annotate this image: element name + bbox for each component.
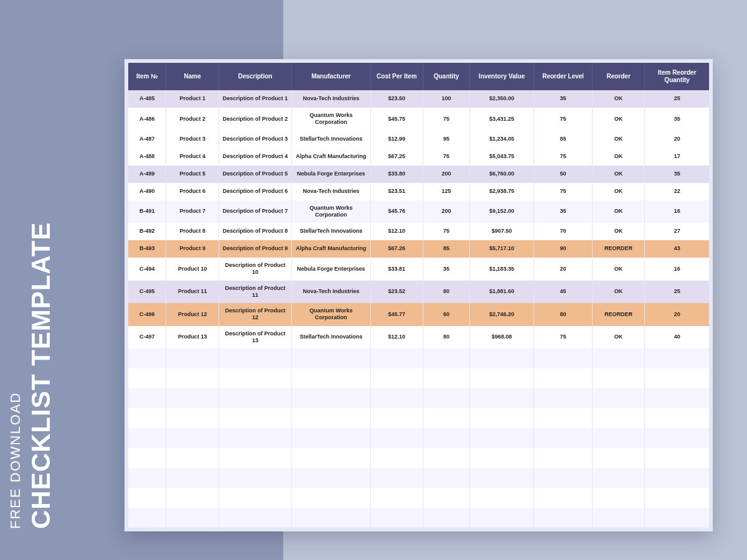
cell: Alpha Craft Manufacturing	[292, 240, 371, 258]
table-row: B-491Product 7Description of Product 7Qu…	[128, 200, 709, 223]
cell: Description of Product 10	[218, 258, 291, 281]
cell: 20	[534, 258, 593, 281]
cell-empty	[166, 388, 218, 408]
cell: B-491	[128, 200, 166, 223]
cell: A-485	[128, 90, 166, 108]
cell-empty	[370, 428, 423, 448]
cell-empty	[645, 388, 709, 408]
cell: 22	[645, 183, 709, 200]
table-row: A-489Product 5Description of Product 5Ne…	[128, 166, 709, 183]
cell: $3,431.25	[470, 108, 534, 131]
cell: OK	[592, 223, 644, 240]
cell-empty	[534, 388, 593, 408]
cell: $67.25	[370, 148, 423, 166]
table-row-empty	[128, 408, 709, 428]
cell-empty	[370, 448, 423, 468]
cell: A-489	[128, 166, 166, 183]
cell: Product 5	[166, 166, 218, 183]
inventory-table: Item № Name Description Manufacturer Cos…	[128, 63, 709, 528]
cell-empty	[645, 428, 709, 448]
col-header-manufacturer: Manufacturer	[292, 63, 371, 90]
cell: 75	[534, 108, 593, 131]
cell: C-494	[128, 258, 166, 281]
cell: A-486	[128, 108, 166, 131]
cell-empty	[645, 488, 709, 508]
cell: Nova-Tech Industries	[292, 90, 371, 108]
cell-empty	[166, 488, 218, 508]
cell: 75	[423, 148, 470, 166]
cell-empty	[423, 448, 470, 468]
cell-empty	[292, 428, 371, 448]
cell: $23.51	[370, 183, 423, 200]
table-row: B-493Product 9Description of Product 9Al…	[128, 240, 709, 258]
cell: 50	[534, 166, 593, 183]
cell-empty	[534, 468, 593, 488]
cell: $2,350.00	[470, 90, 534, 108]
cell-empty	[370, 348, 423, 368]
col-header-name: Name	[166, 63, 218, 90]
cell-empty	[166, 408, 218, 428]
table-row: A-488Product 4Description of Product 4Al…	[128, 148, 709, 166]
cell: 40	[645, 326, 709, 349]
cell: Description of Product 11	[218, 281, 291, 304]
table-row: C-495Product 11Description of Product 11…	[128, 281, 709, 304]
cell: 20	[645, 131, 709, 148]
cell: Description of Product 1	[218, 90, 291, 108]
cell-empty	[592, 468, 644, 488]
cell: A-490	[128, 183, 166, 200]
table-row-empty	[128, 508, 709, 528]
col-header-description: Description	[218, 63, 291, 90]
cell-empty	[128, 488, 166, 508]
table-row: A-485Product 1Description of Product 1No…	[128, 90, 709, 108]
cell-empty	[470, 448, 534, 468]
cell-empty	[645, 448, 709, 468]
cell-empty	[370, 488, 423, 508]
col-header-inventory: Inventory Value	[470, 63, 534, 90]
cell: Product 8	[166, 223, 218, 240]
cell: 43	[645, 240, 709, 258]
cell: 200	[423, 166, 470, 183]
cell: $45.77	[370, 303, 423, 326]
cell: OK	[592, 166, 644, 183]
cell: 75	[534, 326, 593, 349]
cell-empty	[423, 368, 470, 388]
cell-empty	[645, 348, 709, 368]
cell-empty	[645, 508, 709, 528]
cell: $33.81	[370, 258, 423, 281]
cell-empty	[292, 348, 371, 368]
sidebar-subtitle: FREE DOWNLOAD	[7, 222, 24, 529]
cell: $1,183.35	[470, 258, 534, 281]
cell-empty	[470, 428, 534, 448]
cell-empty	[423, 468, 470, 488]
cell: 35	[645, 166, 709, 183]
cell-empty	[423, 348, 470, 368]
cell-empty	[218, 508, 291, 528]
cell: Nebula Forge Enterprises	[292, 166, 371, 183]
cell: 75	[534, 183, 593, 200]
cell-empty	[370, 408, 423, 428]
table-row: B-492Product 8Description of Product 8St…	[128, 223, 709, 240]
table-row: C-494Product 10Description of Product 10…	[128, 258, 709, 281]
cell: 85	[534, 131, 593, 148]
cell: Nebula Forge Enterprises	[292, 258, 371, 281]
cell: 35	[423, 258, 470, 281]
cell: 90	[534, 240, 593, 258]
cell: 125	[423, 183, 470, 200]
cell-empty	[534, 428, 593, 448]
cell-empty	[166, 468, 218, 488]
col-header-cost: Cost Per Item	[370, 63, 423, 90]
cell-empty	[370, 468, 423, 488]
cell: 80	[534, 303, 593, 326]
cell: OK	[592, 148, 644, 166]
cell: Product 7	[166, 200, 218, 223]
cell: OK	[592, 326, 644, 349]
cell-empty	[166, 348, 218, 368]
cell: 17	[645, 148, 709, 166]
cell-empty	[423, 488, 470, 508]
cell: Description of Product 6	[218, 183, 291, 200]
cell-empty	[292, 408, 371, 428]
cell-empty	[128, 468, 166, 488]
cell: 75	[423, 108, 470, 131]
cell-empty	[128, 348, 166, 368]
cell-empty	[470, 408, 534, 428]
